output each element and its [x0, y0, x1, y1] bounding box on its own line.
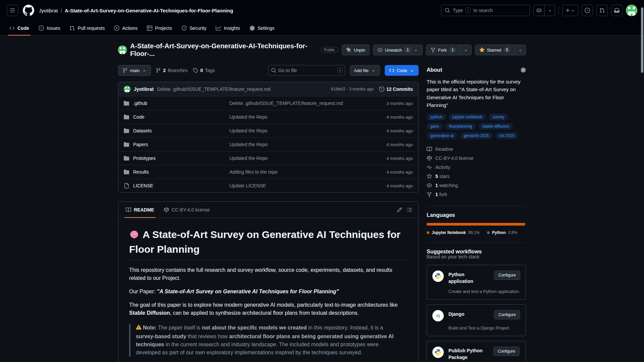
git-branch-icon — [122, 68, 128, 73]
unwatch-button[interactable]: Unwatch1 — [373, 45, 423, 55]
issue-opened-icon — [585, 8, 590, 13]
branches-link[interactable]: 2Branches — [156, 68, 187, 73]
create-new-button[interactable] — [562, 5, 578, 16]
note-text: in this repository. Instead, it is a — [307, 325, 383, 330]
language-legend: Jupyter Notebook99.1% Python0.9% — [427, 230, 526, 235]
file-commit-message[interactable]: Updated the Repo — [229, 114, 373, 120]
watching-link[interactable]: 1 watching — [427, 181, 526, 189]
table-row[interactable]: Papers Updated the Repo 4 months ago — [118, 137, 418, 151]
hamburger-menu-button[interactable] — [7, 5, 18, 16]
table-row[interactable]: Datasets Updated the Repo 4 months ago — [118, 124, 418, 137]
table-row[interactable]: Code Updated the Repo 4 months ago — [118, 110, 418, 124]
file-name[interactable]: LICENSE — [133, 183, 153, 188]
readme-card: README CC-BY-4.0 license A State-of-Art … — [118, 201, 419, 362]
configure-button[interactable]: Configure — [494, 310, 520, 319]
configure-button[interactable]: Configure — [494, 270, 520, 280]
add-file-button[interactable]: Add file — [350, 65, 380, 76]
starred-button[interactable]: Starred5 — [475, 45, 515, 55]
file-commit-message[interactable]: Adding files to the repo — [229, 169, 373, 175]
commit-message[interactable]: Delete .github/ISSUE_TEMPLATE/feature_re… — [157, 86, 270, 92]
code-button[interactable]: Code — [385, 65, 419, 76]
table-row[interactable]: .github Delete .github/ISSUE_TEMPLATE/fe… — [118, 96, 418, 110]
forks-label: fork — [439, 192, 447, 197]
github-logo-icon[interactable] — [23, 5, 34, 16]
commit-history-link[interactable]: 12 Commits — [379, 86, 413, 92]
breadcrumb-repo[interactable]: A-State-of-Art-Survey-on-Generative-AI-T… — [65, 8, 233, 13]
file-commit-message[interactable]: Update LICENSE — [229, 183, 373, 188]
user-avatar[interactable] — [626, 5, 637, 16]
gear-icon — [521, 67, 526, 73]
inbox-button[interactable] — [611, 5, 623, 16]
file-name[interactable]: Results — [133, 169, 149, 175]
stars-label: stars — [439, 174, 449, 179]
tab-pull-requests[interactable]: Pull requests — [65, 21, 109, 35]
star-dropdown-button[interactable] — [515, 45, 526, 55]
tab-projects[interactable]: Projects — [142, 21, 177, 35]
edit-about-button[interactable] — [521, 67, 526, 73]
forks-link[interactable]: 1 fork — [427, 190, 526, 198]
tab-security[interactable]: Security — [177, 21, 211, 35]
workflow-name[interactable]: Django — [448, 310, 489, 317]
tab-issues[interactable]: Issues — [34, 21, 65, 35]
tab-license[interactable]: CC-BY-4.0 license — [159, 202, 215, 218]
commit-author-avatar[interactable] — [124, 86, 130, 93]
tab-insights[interactable]: Insights — [211, 21, 245, 35]
language-jupyter[interactable]: Jupyter Notebook99.1% — [427, 230, 480, 235]
file-name[interactable]: Prototypes — [133, 156, 156, 161]
table-row[interactable]: Results Adding files to the repo 4 month… — [118, 165, 418, 179]
fork-dropdown-button[interactable] — [460, 45, 471, 55]
global-search-input[interactable]: Type / to search — [441, 5, 530, 16]
star-count: 5 — [503, 47, 511, 53]
file-commit-message[interactable]: Updated the Repo — [229, 156, 373, 161]
issues-dashboard-button[interactable] — [582, 5, 593, 16]
activity-link[interactable]: Activity — [427, 163, 526, 171]
topic-pill[interactable]: generative-ai — [427, 132, 457, 139]
repo-owner-avatar[interactable] — [118, 46, 127, 54]
gear-icon — [250, 25, 255, 31]
tab-code[interactable]: Code — [5, 21, 34, 35]
fork-button[interactable]: Fork1 — [426, 45, 460, 55]
tab-settings[interactable]: Settings — [245, 21, 279, 35]
file-commit-message[interactable]: Updated the Repo — [229, 128, 373, 133]
file-commit-message[interactable]: Updated the Repo — [229, 142, 373, 147]
topic-pill[interactable]: floorplanning — [445, 123, 476, 130]
table-row[interactable]: LICENSE Update LICENSE 4 months ago — [118, 179, 418, 192]
tab-readme[interactable]: README — [121, 202, 159, 218]
copilot-dropdown-button[interactable] — [544, 5, 555, 16]
commit-sha-time[interactable]: 618fe02 · 3 months ago — [331, 87, 374, 92]
file-commit-message[interactable]: Delete .github/ISSUE_TEMPLATE/feature_re… — [229, 101, 373, 106]
file-name[interactable]: Papers — [133, 142, 148, 147]
topic-pill[interactable]: gans — [427, 123, 443, 130]
stars-link[interactable]: 5 stars — [427, 172, 526, 180]
pull-requests-dashboard-button[interactable] — [596, 5, 608, 16]
workflow-name[interactable]: Publish Python Package — [448, 347, 489, 361]
readme-link[interactable]: Readme — [427, 145, 526, 153]
go-to-file-input[interactable] — [268, 65, 345, 76]
copilot-button[interactable] — [534, 5, 544, 16]
file-name[interactable]: Code — [133, 114, 144, 120]
topic-pill[interactable]: chi-2025 — [495, 132, 518, 139]
language-python[interactable]: Python0.9% — [487, 230, 517, 235]
topic-pill[interactable]: survey — [489, 114, 508, 120]
breadcrumb-owner[interactable]: Jyotibrat — [39, 8, 58, 13]
tags-link[interactable]: 0Tags — [193, 68, 215, 73]
page-scrollbar-thumb[interactable] — [641, 7, 643, 73]
repo-title[interactable]: A-State-of-Art-Survey-on-Generative-AI-T… — [130, 42, 317, 58]
branch-selector[interactable]: main — [118, 65, 151, 76]
topic-pill[interactable]: genaichi-2025 — [460, 132, 492, 139]
commit-author[interactable]: Jyotibrat — [134, 86, 154, 92]
file-name[interactable]: .github — [133, 101, 147, 106]
topic-pill[interactable]: jupyter-notebook — [449, 114, 486, 120]
outline-button[interactable] — [407, 207, 412, 213]
table-row[interactable]: Prototypes Updated the Repo 4 months ago — [118, 151, 418, 165]
unpin-button[interactable]: Unpin — [342, 45, 370, 55]
topic-pill[interactable]: python — [427, 114, 446, 120]
edit-readme-button[interactable] — [397, 207, 402, 213]
configure-button[interactable]: Configure — [493, 347, 520, 356]
topic-pill[interactable]: stable-diffusion — [479, 123, 513, 130]
python-dot-icon — [487, 231, 490, 234]
file-name[interactable]: Datasets — [133, 128, 152, 133]
license-link[interactable]: CC-BY-4.0 license — [427, 154, 526, 162]
tab-actions[interactable]: Actions — [109, 21, 142, 35]
workflow-name[interactable]: Python application — [448, 270, 489, 285]
